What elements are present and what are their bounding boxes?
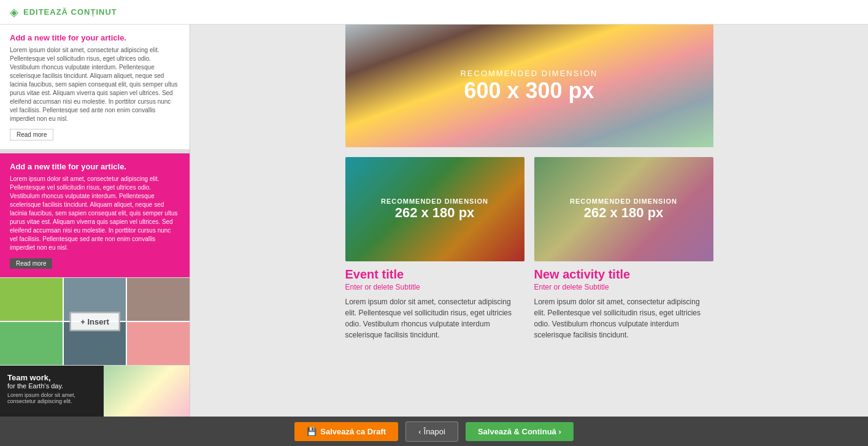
read-more-button-2[interactable]: Read more — [10, 258, 52, 269]
card-1-rec-dim: RECOMMENDED DIMENSION — [381, 198, 488, 205]
teamwork-text: Team work, for the Earth's day. Lorem ip… — [0, 366, 104, 417]
back-label: Înapoi — [424, 427, 445, 436]
article-title-2: Add a new title for your article. — [10, 162, 180, 171]
card-2-image: RECOMMENDED DIMENSION 262 x 180 px — [534, 157, 713, 261]
card-1-image: RECOMMENDED DIMENSION 262 x 180 px — [345, 157, 524, 261]
banner-size-label: 600 x 300 px — [464, 78, 594, 104]
card-2: RECOMMENDED DIMENSION 262 x 180 px New a… — [534, 157, 713, 340]
draft-label: Salvează ca Draft — [320, 427, 386, 436]
sidebar-item-article-white: Add a new title for your article. Lorem … — [0, 25, 190, 150]
card-2-size: 262 x 180 px — [584, 205, 664, 221]
cards-row: RECOMMENDED DIMENSION 262 x 180 px Event… — [345, 157, 713, 340]
edit-icon: ◈ — [10, 6, 18, 19]
draft-icon: 💾 — [307, 427, 317, 436]
teamwork-image — [104, 366, 190, 417]
save-draft-button[interactable]: 💾 Salvează ca Draft — [294, 422, 398, 441]
photo-cell-1 — [0, 278, 63, 321]
teamwork-subtitle: for the Earth's day. — [7, 382, 96, 390]
card-1-text: Lorem ipsum dolor sit amet, consectetur … — [345, 296, 524, 340]
banner: RECOMMENDED DIMENSION 600 x 300 px — [345, 25, 713, 147]
card-2-rec-dim: RECOMMENDED DIMENSION — [570, 198, 677, 205]
content-area: RECOMMENDED DIMENSION 600 x 300 px RECOM… — [190, 25, 868, 417]
sidebar-item-teamwork: Team work, for the Earth's day. Lorem ip… — [0, 366, 190, 417]
photo-cell-4 — [0, 322, 63, 365]
photo-cell-3 — [127, 278, 190, 321]
card-1-subtitle: Enter or delete Subtitle — [345, 283, 524, 291]
card-2-title: New activity title — [534, 267, 713, 282]
center-content: RECOMMENDED DIMENSION 600 x 300 px RECOM… — [345, 25, 713, 340]
teamwork-bold: Team work, — [7, 373, 96, 382]
back-button[interactable]: ‹ Înapoi — [405, 421, 458, 442]
card-2-subtitle: Enter or delete Subtitle — [534, 283, 713, 291]
back-arrow-icon: ‹ — [418, 427, 421, 436]
card-1-size: 262 x 180 px — [395, 205, 475, 221]
article-title-1: Add a new title for your article. — [10, 33, 180, 42]
card-2-text: Lorem ipsum dolor sit amet, consectetur … — [534, 296, 713, 340]
photo-cell-6 — [127, 322, 190, 365]
top-bar: ◈ EDITEAZĂ CONȚINUT — [0, 0, 868, 25]
article-text-2: Lorem ipsum dolor sit amet, consectetur … — [10, 175, 180, 252]
card-1-title: Event title — [345, 267, 524, 282]
card-2-overlay: RECOMMENDED DIMENSION 262 x 180 px — [534, 157, 713, 261]
sidebar: Add a new title for your article. Lorem … — [0, 25, 190, 417]
banner-rec-dim-label: RECOMMENDED DIMENSION — [460, 69, 597, 78]
read-more-button-1[interactable]: Read more — [10, 129, 53, 140]
main-layout: Add a new title for your article. Lorem … — [0, 25, 868, 417]
banner-overlay: RECOMMENDED DIMENSION 600 x 300 px — [345, 25, 713, 147]
bottom-bar: 💾 Salvează ca Draft ‹ Înapoi Salvează & … — [0, 417, 868, 446]
insert-button[interactable]: + Insert — [69, 312, 120, 331]
card-1-overlay: RECOMMENDED DIMENSION 262 x 180 px — [345, 157, 524, 261]
page-title: EDITEAZĂ CONȚINUT — [23, 7, 117, 17]
continue-button[interactable]: Salvează & Continuă › — [466, 422, 574, 441]
sidebar-item-article-pink: Add a new title for your article. Lorem … — [0, 153, 190, 278]
teamwork-body: Lorem ipsum dolor sit amet, consectetur … — [7, 392, 96, 404]
sidebar-item-photo-grid: + Insert — [0, 278, 190, 366]
article-text-1: Lorem ipsum dolor sit amet, consectetur … — [10, 46, 180, 123]
card-1: RECOMMENDED DIMENSION 262 x 180 px Event… — [345, 157, 524, 340]
